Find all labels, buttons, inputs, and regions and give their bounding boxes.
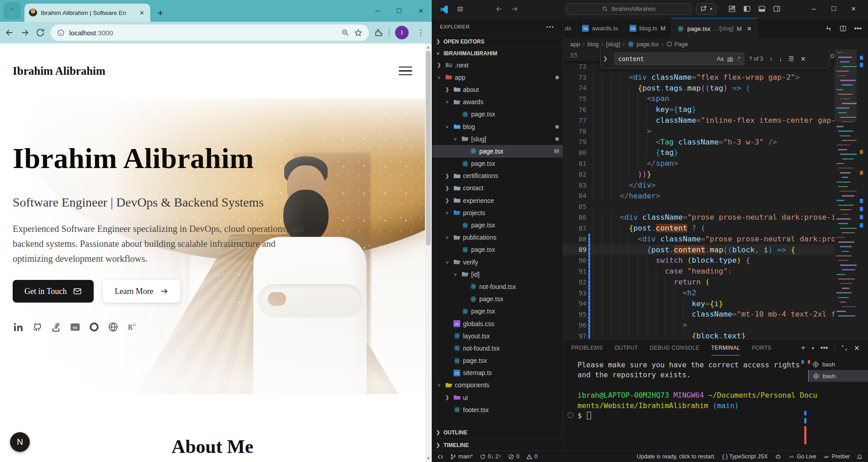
tree-item-not-found.tsx[interactable]: not-found.tsx — [432, 280, 563, 293]
tree-chevron-icon[interactable]: ˅ — [435, 382, 443, 388]
url-text[interactable]: localhost:3000 — [69, 29, 337, 37]
dot-status[interactable]: Update is ready, click to restart. — [634, 453, 715, 460]
tree-item-page.tsx[interactable]: page.tsx — [432, 108, 563, 120]
tree-item-publications[interactable]: ˅publications — [432, 231, 563, 244]
orcid-icon[interactable] — [89, 322, 100, 332]
code-line-94[interactable]: 94key={i} — [563, 298, 835, 309]
tree-chevron-icon[interactable]: ˅ — [444, 260, 451, 265]
tree-item-components[interactable]: ˅components — [432, 379, 563, 391]
tree-item-awards[interactable]: ˅awards — [432, 96, 563, 108]
tree-item-footer.tsx[interactable]: footer.tsx — [432, 404, 563, 416]
new-tab-button[interactable]: + — [157, 8, 163, 18]
breadcrumb-app[interactable]: app — [570, 41, 580, 48]
researchgate-icon[interactable]: RG — [127, 322, 138, 332]
tree-item-blog[interactable]: ˅blog — [432, 120, 563, 133]
page-scrollbar[interactable]: ▲ ▼ — [425, 43, 432, 462]
bell-status[interactable] — [857, 453, 863, 460]
terminal-instance-bash[interactable]: bash — [808, 370, 868, 382]
customize-layout-icon[interactable] — [728, 5, 736, 13]
open-changes-icon[interactable] — [825, 25, 832, 32]
code-line-88[interactable]: 88<div className="prose prose-neutral da… — [563, 234, 835, 245]
tree-chevron-icon[interactable]: ❯ — [444, 395, 451, 400]
new-terminal-icon[interactable]: + — [801, 343, 806, 352]
breadcrumb-page.tsx[interactable]: page.tsx — [627, 41, 658, 48]
zoom-out-icon[interactable] — [341, 29, 349, 37]
menu-icon[interactable] — [456, 5, 464, 13]
tree-item-experience[interactable]: ❯experience — [432, 194, 563, 207]
terminal-dropdown-icon[interactable]: ▾ — [812, 346, 814, 351]
site-info-icon[interactable] — [57, 29, 65, 37]
learn-more-button[interactable]: Learn More — [103, 280, 180, 303]
vscode-maximize-button[interactable]: ☐ — [824, 5, 844, 12]
code-line-92[interactable]: 92return ( — [563, 277, 835, 288]
tree-item-.next[interactable]: ❯N.next — [432, 59, 563, 71]
command-decoration-icon[interactable] — [568, 412, 573, 418]
browser-close-button[interactable]: ✕ — [410, 7, 432, 14]
find-input[interactable]: content Aa ab .* — [614, 53, 744, 65]
scroll-up-icon[interactable]: ▲ — [425, 45, 432, 49]
site-logo[interactable]: Ibrahim Alibrahim — [13, 65, 105, 77]
code-line-86[interactable]: 86<div className="prose prose-neutral da… — [563, 212, 835, 223]
regex-icon[interactable]: .* — [737, 56, 740, 62]
panel-tab-problems[interactable]: PROBLEMS — [571, 341, 603, 356]
open-editors-section[interactable]: ❯OPEN EDITORS — [432, 35, 563, 47]
remote-status[interactable] — [437, 454, 444, 460]
branch-status[interactable]: main* — [450, 453, 473, 460]
tree-chevron-icon[interactable]: ❯ — [444, 185, 451, 191]
panel-tab-terminal[interactable]: TERMINAL — [711, 341, 740, 356]
tree-item-sitemap.ts[interactable]: TSsitemap.ts — [432, 367, 563, 379]
tree-item-page.tsx[interactable]: page.tsx — [432, 305, 563, 318]
browser-maximize-button[interactable]: ☐ — [388, 7, 410, 14]
tree-item-page.tsx[interactable]: page.tsxM — [432, 145, 563, 157]
code-line-89[interactable]: 89{post.content.map((block, i) => { — [563, 245, 835, 255]
tree-item-contact[interactable]: ❯contact — [432, 182, 563, 194]
minimap[interactable] — [835, 49, 857, 339]
nav-back-icon[interactable] — [495, 5, 503, 13]
tree-item-page.tsx[interactable]: page.tsx — [432, 244, 563, 256]
vscode-minimize-button[interactable]: ─ — [804, 5, 824, 12]
toggle-panel-icon[interactable] — [758, 5, 766, 13]
code-line-91[interactable]: 91case "heading": — [563, 266, 835, 277]
outline-section[interactable]: ❯OUTLINE — [432, 426, 563, 438]
warning-status[interactable]: 0 — [526, 453, 538, 460]
tree-chevron-icon[interactable]: ˅ — [444, 210, 451, 216]
tree-chevron-icon[interactable]: ❯ — [444, 87, 451, 92]
tree-chevron-icon[interactable]: ˅ — [444, 235, 451, 240]
nextjs-dev-badge[interactable]: N — [10, 432, 30, 452]
golive-status[interactable]: Go Live — [788, 453, 816, 460]
tab-close-icon[interactable]: ✕ — [747, 25, 752, 32]
browser-menu-icon[interactable]: ⋮ — [414, 28, 427, 38]
tree-chevron-icon[interactable]: ˅ — [435, 75, 443, 80]
code-line-79[interactable]: 79<Tag className="h-3 w-3" /> — [563, 137, 835, 148]
tree-item-ui[interactable]: ❯ui — [432, 391, 563, 404]
prettier-status[interactable]: Prettier — [823, 453, 850, 460]
tab-search-chevron-button[interactable]: ˇ — [4, 2, 21, 19]
linkedin-icon[interactable] — [13, 322, 24, 332]
tree-chevron-icon[interactable]: ˅ — [444, 124, 451, 130]
tree-chevron-icon[interactable]: ❯ — [435, 62, 443, 68]
editor-tab-blog.ts[interactable]: TSblog.tsM — [624, 18, 672, 38]
browser-minimize-button[interactable]: ─ — [367, 7, 388, 14]
breadcrumb-Page[interactable]: Page — [666, 41, 688, 48]
menu-hamburger-icon[interactable] — [399, 64, 412, 78]
browser-tab[interactable]: Ibrahim Alibrahim | Software En ✕ — [24, 4, 150, 22]
tree-item-globals.css[interactable]: cssglobals.css — [432, 318, 563, 330]
panel-more-actions-icon[interactable]: ••• — [820, 344, 828, 352]
code-line-85[interactable]: 85 — [563, 201, 835, 212]
tree-item-projects[interactable]: ˅projects — [432, 207, 563, 219]
error-status[interactable]: 0 — [508, 453, 520, 460]
back-icon[interactable] — [5, 28, 14, 38]
find-previous-icon[interactable]: ↑ — [769, 55, 773, 63]
extensions-icon[interactable] — [374, 28, 383, 37]
code-line-77[interactable]: 77className="inline-flex items-center ga… — [563, 115, 835, 126]
editor-more-actions-icon[interactable]: ••• — [854, 24, 862, 33]
breadcrumb-[slug][interactable]: [slug] — [606, 41, 620, 48]
split-editor-icon[interactable] — [839, 25, 847, 32]
tree-item-page.tsx[interactable]: page.tsx — [432, 355, 563, 367]
terminal-output[interactable]: Please make sure you have the correct ac… — [568, 360, 800, 451]
code-line-90[interactable]: 90switch (block.type) { — [563, 255, 835, 266]
find-in-selection-icon[interactable]: ☰ — [788, 55, 794, 63]
bookmark-star-icon[interactable] — [354, 29, 362, 37]
status--typescript-jsx[interactable]: { } TypeScript JSX — [722, 453, 768, 460]
code-line-97[interactable]: 97{block.text} — [563, 331, 835, 339]
